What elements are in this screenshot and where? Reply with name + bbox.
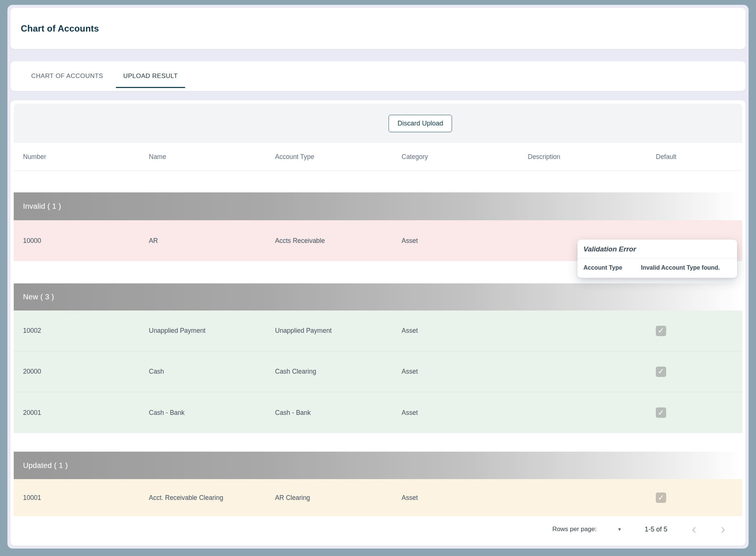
- next-page-button[interactable]: ›: [721, 523, 725, 536]
- section-header-invalid: Invalid ( 1 ): [14, 192, 742, 220]
- page-header-card: Chart of Accounts: [10, 8, 746, 49]
- section-label: Invalid ( 1 ): [23, 202, 61, 211]
- cell-category: Asset: [402, 237, 528, 245]
- tab-chart-of-accounts[interactable]: CHART OF ACCOUNTS: [24, 61, 111, 91]
- cell-name: Cash - Bank: [149, 409, 275, 417]
- check-icon: ✓: [658, 494, 664, 501]
- table-row-20001: 20001 Cash - Bank Cash - Bank Asset ✓: [14, 392, 742, 433]
- spacer: [14, 171, 742, 192]
- column-header-category: Category: [402, 153, 528, 161]
- cell-number: 10002: [23, 327, 149, 335]
- cell-default: ✓: [656, 407, 742, 418]
- dropdown-arrow-icon: ▾: [618, 526, 621, 532]
- default-checkbox[interactable]: ✓: [656, 407, 666, 418]
- app-canvas: Chart of Accounts CHART OF ACCOUNTS UPLO…: [7, 5, 749, 549]
- discard-upload-button[interactable]: Discard Upload: [389, 115, 452, 132]
- table-row-10001: 10001 Acct. Receivable Clearing AR Clear…: [14, 479, 742, 516]
- rows-per-page-dropdown[interactable]: ▾: [618, 526, 621, 533]
- check-icon: ✓: [658, 367, 664, 375]
- column-header-default: Default: [656, 153, 742, 161]
- section-label: New ( 3 ): [23, 293, 54, 301]
- cell-category: Asset: [402, 368, 528, 375]
- table-row-20000: 20000 Cash Cash Clearing Asset ✓: [14, 351, 742, 392]
- tabs-bar: CHART OF ACCOUNTS UPLOAD RESULT: [10, 61, 746, 91]
- tab-label: UPLOAD RESULT: [123, 72, 178, 80]
- cell-account-type: AR Clearing: [275, 494, 402, 502]
- tooltip-field-name: Account Type: [583, 264, 641, 271]
- column-header-description: Description: [528, 153, 656, 161]
- cell-account-type: Accts Receivable: [275, 237, 402, 245]
- pagination-bar: Rows per page: ▾ 1-5 of 5 ‹ ›: [14, 516, 742, 542]
- cell-number: 10001: [23, 494, 149, 502]
- cell-category: Asset: [402, 494, 528, 502]
- spacer: [14, 433, 742, 452]
- cell-account-type: Cash Clearing: [275, 368, 402, 375]
- cell-default: ✓: [656, 367, 742, 377]
- tab-label: CHART OF ACCOUNTS: [31, 72, 103, 80]
- default-checkbox[interactable]: ✓: [656, 492, 666, 503]
- tooltip-error-message: Invalid Account Type found.: [641, 264, 720, 271]
- toolbar: Discard Upload: [14, 104, 742, 143]
- chevron-right-icon: ›: [721, 521, 725, 537]
- validation-error-tooltip: Validation Error Account Type Invalid Ac…: [577, 240, 737, 278]
- chevron-left-icon: ‹: [692, 521, 696, 537]
- default-checkbox[interactable]: ✓: [656, 367, 666, 377]
- check-icon: ✓: [658, 326, 664, 334]
- cell-number: 10000: [23, 237, 149, 245]
- column-header-name: Name: [149, 153, 275, 161]
- rows-per-page-label: Rows per page:: [552, 526, 596, 533]
- page-title: Chart of Accounts: [21, 23, 99, 34]
- section-header-updated: Updated ( 1 ): [14, 452, 742, 479]
- page-range: 1-5 of 5: [645, 526, 667, 533]
- cell-category: Asset: [402, 327, 528, 335]
- section-label: Updated ( 1 ): [23, 461, 68, 470]
- cell-account-type: Unapplied Payment: [275, 327, 402, 335]
- table-row-10002: 10002 Unapplied Payment Unapplied Paymen…: [14, 310, 742, 351]
- cell-number: 20001: [23, 409, 149, 417]
- tooltip-body: Account Type Invalid Account Type found.: [577, 259, 737, 278]
- cell-account-type: Cash - Bank: [275, 409, 402, 417]
- tooltip-title: Validation Error: [577, 240, 737, 259]
- upload-result-panel: Discard Upload Number Name Account Type …: [10, 100, 746, 546]
- cell-number: 20000: [23, 368, 149, 375]
- check-icon: ✓: [658, 409, 664, 416]
- cell-category: Asset: [402, 409, 528, 417]
- section-header-new: New ( 3 ): [14, 283, 742, 310]
- column-header-account-type: Account Type: [275, 153, 402, 161]
- column-header-number: Number: [23, 153, 149, 161]
- cell-name: Acct. Receivable Clearing: [149, 494, 275, 502]
- table-header-row: Number Name Account Type Category Descri…: [14, 143, 742, 171]
- cell-name: Unapplied Payment: [149, 327, 275, 335]
- previous-page-button[interactable]: ‹: [692, 523, 696, 536]
- default-checkbox[interactable]: ✓: [656, 326, 666, 336]
- cell-name: Cash: [149, 368, 275, 375]
- cell-name: AR: [149, 237, 275, 245]
- cell-default: ✓: [656, 326, 742, 336]
- tab-upload-result[interactable]: UPLOAD RESULT: [116, 61, 185, 91]
- cell-default: ✓: [656, 492, 742, 503]
